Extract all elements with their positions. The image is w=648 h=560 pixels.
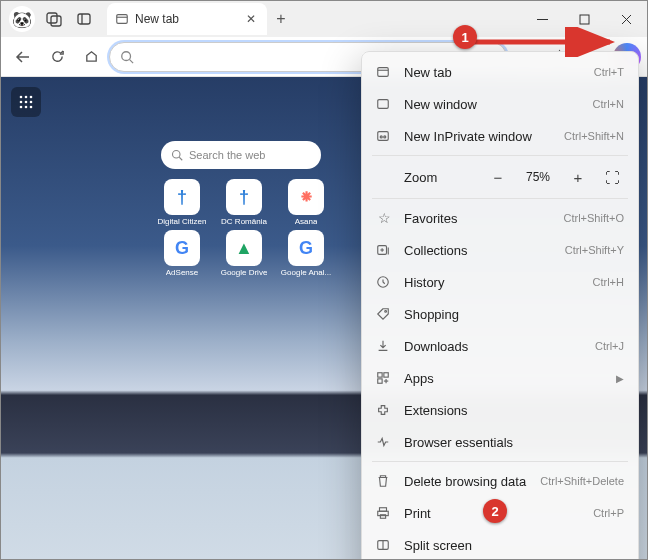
quick-link-tile[interactable]: †Digital Citizen [153, 179, 211, 226]
refresh-button[interactable] [41, 41, 73, 73]
svg-point-20 [25, 106, 28, 109]
tile-label: DC România [221, 217, 267, 226]
inprivate-icon [376, 129, 392, 143]
svg-rect-7 [580, 15, 589, 24]
pulse-icon [376, 435, 392, 449]
tile-label: Google Drive [221, 268, 268, 277]
new-tab-icon [376, 65, 392, 79]
svg-point-19 [20, 106, 23, 109]
collections-icon [376, 243, 392, 257]
fullscreen-button[interactable]: ⛶ [600, 165, 624, 189]
svg-point-36 [385, 311, 387, 313]
svg-point-14 [25, 96, 28, 99]
workspaces-icon[interactable] [39, 4, 69, 34]
history-icon [376, 275, 392, 289]
svg-line-24 [179, 157, 182, 160]
new-window-icon [376, 97, 392, 111]
quick-link-tile[interactable]: GAdSense [153, 230, 211, 277]
svg-line-11 [130, 59, 134, 63]
tile-icon: ▲ [226, 230, 262, 266]
tab-favicon [115, 12, 129, 26]
svg-rect-39 [378, 379, 382, 383]
tag-icon [376, 307, 392, 321]
quick-link-tile[interactable]: †DC România [215, 179, 273, 226]
menu-favorites[interactable]: ☆ Favorites Ctrl+Shift+O [362, 202, 638, 234]
split-icon [376, 538, 392, 552]
menu-essentials[interactable]: Browser essentials [362, 426, 638, 458]
print-icon [376, 506, 392, 520]
ntp-search-box[interactable]: Search the web [161, 141, 321, 169]
close-window-button[interactable] [605, 1, 647, 37]
quick-link-tile[interactable]: ⁕Asana [277, 179, 335, 226]
svg-point-21 [30, 106, 33, 109]
tile-label: AdSense [166, 268, 198, 277]
svg-point-10 [122, 51, 131, 60]
profile-avatar[interactable]: 🐼 [9, 6, 35, 32]
menu-apps[interactable]: Apps ▶ [362, 362, 638, 394]
callout-2: 2 [483, 499, 507, 523]
ntp-search-placeholder: Search the web [189, 149, 265, 161]
svg-point-17 [25, 101, 28, 104]
home-button[interactable] [75, 41, 107, 73]
svg-point-18 [30, 101, 33, 104]
svg-rect-37 [378, 373, 382, 377]
callout-1: 1 [453, 25, 477, 49]
svg-rect-44 [380, 515, 385, 519]
menu-extensions[interactable]: Extensions [362, 394, 638, 426]
quick-link-tile[interactable]: GGoogle Anal... [277, 230, 335, 277]
puzzle-icon [376, 403, 392, 417]
app-launcher-button[interactable] [11, 87, 41, 117]
quick-link-tile[interactable]: ▲Google Drive [215, 230, 273, 277]
minimize-button[interactable] [521, 1, 563, 37]
svg-point-29 [380, 136, 382, 138]
tile-label: Digital Citizen [158, 217, 207, 226]
svg-point-23 [173, 151, 181, 159]
menu-new-tab[interactable]: New tab Ctrl+T [362, 56, 638, 88]
tile-icon: G [164, 230, 200, 266]
tile-icon: † [164, 179, 200, 215]
menu-delete-data[interactable]: Delete browsing data Ctrl+Shift+Delete [362, 465, 638, 497]
menu-shopping[interactable]: Shopping [362, 298, 638, 330]
svg-rect-27 [378, 100, 389, 109]
svg-rect-38 [384, 373, 388, 377]
menu-new-window[interactable]: New window Ctrl+N [362, 88, 638, 120]
star-icon: ☆ [376, 210, 392, 226]
trash-icon [376, 474, 392, 488]
tile-label: Asana [295, 217, 318, 226]
svg-rect-2 [78, 14, 90, 24]
search-icon [120, 50, 134, 64]
svg-rect-0 [47, 13, 57, 23]
svg-point-15 [30, 96, 33, 99]
download-icon [376, 339, 392, 353]
tile-label: Google Anal... [281, 268, 331, 277]
tab-close-icon[interactable]: ✕ [243, 11, 259, 27]
browser-tab[interactable]: New tab ✕ [107, 3, 267, 35]
maximize-button[interactable] [563, 1, 605, 37]
new-tab-button[interactable]: + [267, 5, 295, 33]
menu-new-inprivate[interactable]: New InPrivate window Ctrl+Shift+N [362, 120, 638, 152]
zoom-out-button[interactable]: − [486, 165, 510, 189]
menu-history[interactable]: History Ctrl+H [362, 266, 638, 298]
tab-title: New tab [135, 12, 237, 26]
svg-rect-28 [378, 132, 389, 141]
menu-zoom-row: Zoom − 75% + ⛶ [362, 159, 638, 195]
svg-point-13 [20, 96, 23, 99]
svg-rect-1 [51, 16, 61, 26]
tile-icon: G [288, 230, 324, 266]
zoom-in-button[interactable]: + [566, 165, 590, 189]
back-button[interactable] [7, 41, 39, 73]
chevron-right-icon: ▶ [616, 373, 624, 384]
apps-icon [376, 371, 392, 385]
zoom-value: 75% [520, 170, 556, 184]
tile-icon: ⁕ [288, 179, 324, 215]
svg-point-30 [384, 136, 386, 138]
tile-icon: † [226, 179, 262, 215]
menu-split-screen[interactable]: Split screen [362, 529, 638, 560]
quick-links-grid: †Digital Citizen†DC România⁕AsanaGAdSens… [153, 179, 335, 277]
menu-collections[interactable]: Collections Ctrl+Shift+Y [362, 234, 638, 266]
svg-rect-4 [117, 15, 128, 24]
menu-downloads[interactable]: Downloads Ctrl+J [362, 330, 638, 362]
settings-menu: New tab Ctrl+T New window Ctrl+N New InP… [361, 51, 639, 560]
tab-actions-icon[interactable] [69, 4, 99, 34]
title-bar: 🐼 New tab ✕ + [1, 1, 647, 37]
